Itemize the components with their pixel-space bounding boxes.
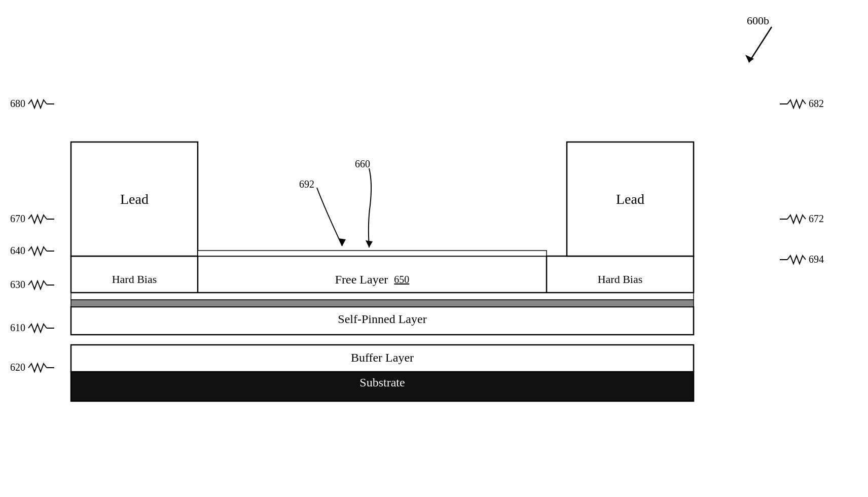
svg-rect-19 bbox=[71, 142, 198, 256]
ref-620: 620 bbox=[10, 362, 55, 373]
svg-rect-13 bbox=[71, 307, 694, 335]
zigzag-672-icon bbox=[779, 214, 807, 225]
svg-text:692: 692 bbox=[299, 179, 314, 190]
arrow-600b-icon bbox=[741, 24, 782, 70]
ref-610: 610 bbox=[10, 322, 55, 334]
ref-640: 640 bbox=[10, 245, 55, 257]
svg-line-0 bbox=[749, 27, 772, 62]
diagram-area: 680 682 670 bbox=[51, 74, 776, 418]
svg-rect-14 bbox=[71, 300, 694, 307]
ref-670: 670 bbox=[10, 213, 55, 225]
svg-rect-11 bbox=[71, 372, 694, 401]
svg-rect-20 bbox=[567, 142, 694, 256]
svg-rect-12 bbox=[71, 345, 694, 372]
svg-rect-15 bbox=[71, 293, 694, 300]
zigzag-682-icon bbox=[779, 98, 807, 110]
svg-text:660: 660 bbox=[355, 158, 370, 169]
ref-672: 672 bbox=[779, 213, 824, 225]
ref-680: 680 bbox=[10, 98, 55, 110]
ref-660-area: 692 660 bbox=[294, 152, 426, 266]
svg-marker-23 bbox=[339, 238, 346, 246]
svg-marker-25 bbox=[366, 240, 373, 247]
ref-630: 630 bbox=[10, 279, 55, 291]
zigzag-694-icon bbox=[779, 254, 807, 265]
ref-660-arrow-icon: 692 660 bbox=[294, 152, 426, 264]
ref-682: 682 bbox=[779, 98, 824, 110]
ref-694: 694 bbox=[779, 254, 824, 265]
